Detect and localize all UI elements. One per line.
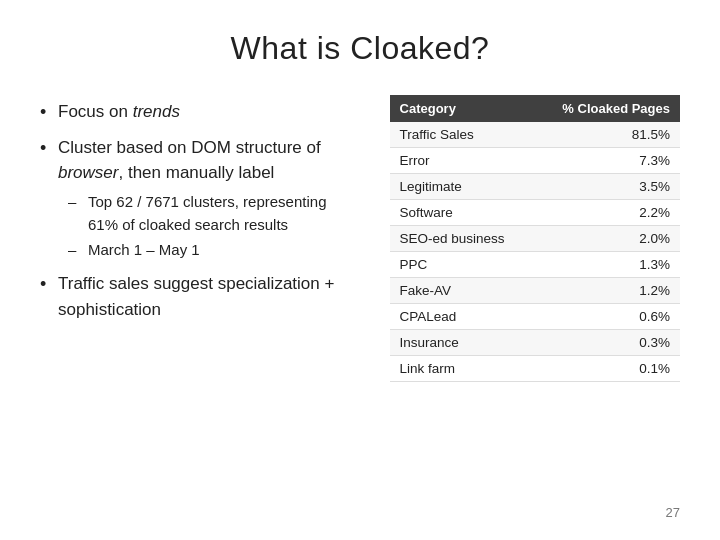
slide-footer: 27: [40, 497, 680, 520]
slide: What is Cloaked? Focus on trends Cluster…: [0, 0, 720, 540]
bullet-list: Focus on trends Cluster based on DOM str…: [40, 99, 360, 332]
table-head: Category % Cloaked Pages: [390, 95, 680, 122]
bullet-2-text: Cluster based on DOM structure of browse…: [58, 138, 321, 183]
sub-bullet-1-text: Top 62 / 7671 clusters, representing 61%…: [88, 193, 326, 233]
cell-percentage: 2.0%: [533, 226, 680, 252]
col-header-category: Category: [390, 95, 534, 122]
bullet-1: Focus on trends: [40, 99, 360, 125]
table-row: Link farm0.1%: [390, 356, 680, 382]
slide-title: What is Cloaked?: [40, 30, 680, 67]
bullet-3-text: Traffic sales suggest specialization + s…: [58, 274, 334, 319]
cell-percentage: 3.5%: [533, 174, 680, 200]
table-row: SEO-ed business2.0%: [390, 226, 680, 252]
sub-bullet-2: March 1 – May 1: [68, 238, 360, 261]
table-row: Error7.3%: [390, 148, 680, 174]
cell-percentage: 0.6%: [533, 304, 680, 330]
cell-percentage: 81.5%: [533, 122, 680, 148]
table-row: PPC1.3%: [390, 252, 680, 278]
bullet-2: Cluster based on DOM structure of browse…: [40, 135, 360, 262]
table-row: Insurance0.3%: [390, 330, 680, 356]
cell-percentage: 1.3%: [533, 252, 680, 278]
cell-category: Fake-AV: [390, 278, 534, 304]
col-header-pages: % Cloaked Pages: [533, 95, 680, 122]
cell-category: PPC: [390, 252, 534, 278]
cell-percentage: 7.3%: [533, 148, 680, 174]
cell-category: Legitimate: [390, 174, 534, 200]
right-column: Category % Cloaked Pages Traffic Sales81…: [390, 95, 680, 497]
cell-percentage: 0.1%: [533, 356, 680, 382]
cell-percentage: 2.2%: [533, 200, 680, 226]
table-body: Traffic Sales81.5%Error7.3%Legitimate3.5…: [390, 122, 680, 382]
page-number: 27: [666, 505, 680, 520]
slide-body: Focus on trends Cluster based on DOM str…: [40, 95, 680, 497]
table-row: Legitimate3.5%: [390, 174, 680, 200]
cell-category: Error: [390, 148, 534, 174]
sub-bullet-2-text: March 1 – May 1: [88, 241, 200, 258]
cell-category: Software: [390, 200, 534, 226]
cell-category: CPALead: [390, 304, 534, 330]
sub-bullet-1: Top 62 / 7671 clusters, representing 61%…: [68, 190, 360, 237]
table-row: Software2.2%: [390, 200, 680, 226]
cell-percentage: 0.3%: [533, 330, 680, 356]
bullet-3: Traffic sales suggest specialization + s…: [40, 271, 360, 322]
bullet-1-text: Focus on trends: [58, 102, 180, 121]
data-table: Category % Cloaked Pages Traffic Sales81…: [390, 95, 680, 382]
table-row: Fake-AV1.2%: [390, 278, 680, 304]
sub-bullet-list: Top 62 / 7671 clusters, representing 61%…: [58, 190, 360, 262]
left-column: Focus on trends Cluster based on DOM str…: [40, 95, 360, 497]
cell-category: Link farm: [390, 356, 534, 382]
cell-category: SEO-ed business: [390, 226, 534, 252]
cell-category: Insurance: [390, 330, 534, 356]
table-row: Traffic Sales81.5%: [390, 122, 680, 148]
cell-category: Traffic Sales: [390, 122, 534, 148]
table-header-row: Category % Cloaked Pages: [390, 95, 680, 122]
table-row: CPALead0.6%: [390, 304, 680, 330]
cell-percentage: 1.2%: [533, 278, 680, 304]
